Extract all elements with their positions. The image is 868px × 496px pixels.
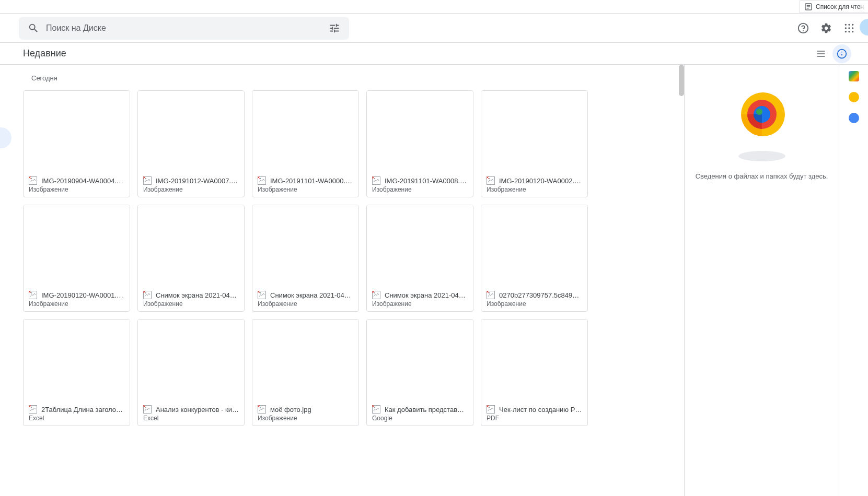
svg-point-39 xyxy=(31,407,32,408)
file-name: Анализ конкурентов - ки… xyxy=(156,406,239,414)
files-panel[interactable]: Сегодня IMG-20190904-WA0004.jpgИзображен… xyxy=(0,65,684,496)
side-app-2[interactable] xyxy=(849,92,859,102)
file-name: Снимок экрана 2021-04-… xyxy=(385,291,468,299)
svg-point-48 xyxy=(738,151,785,161)
file-thumbnail xyxy=(24,205,130,287)
file-thumbnail xyxy=(24,91,130,172)
file-type: Excel xyxy=(143,415,239,422)
svg-point-9 xyxy=(845,27,847,29)
search-input[interactable] xyxy=(44,23,324,33)
apps-icon xyxy=(844,23,854,33)
file-card[interactable]: Снимок экрана 2021-04-…Изображение xyxy=(366,205,473,312)
reading-list-icon xyxy=(804,3,813,11)
file-card[interactable]: IMG-20190904-WA0004.jpgИзображение xyxy=(23,90,130,197)
file-thumbnail xyxy=(138,205,244,287)
file-name: Снимок экрана 2021-04-… xyxy=(156,291,239,299)
file-meta: IMG-20190904-WA0004.jpgИзображение xyxy=(24,172,130,197)
file-meta: Как добавить представи…Google xyxy=(367,401,473,426)
help-button[interactable] xyxy=(793,18,814,39)
apps-button[interactable] xyxy=(839,18,860,39)
file-type: Изображение xyxy=(258,186,353,193)
search-box[interactable] xyxy=(19,17,349,40)
file-meta: IMG-20190120-WA0002.jpgИзображение xyxy=(481,172,587,197)
file-card[interactable]: Снимок экрана 2021-04-…Изображение xyxy=(137,205,245,312)
broken-image-icon xyxy=(143,176,152,185)
file-thumbnail xyxy=(481,205,587,287)
file-name: IMG-20190120-WA0001.jpg xyxy=(41,291,124,299)
file-thumbnail xyxy=(252,205,358,287)
file-type: Excel xyxy=(29,415,124,422)
broken-image-icon xyxy=(372,176,380,185)
broken-image-icon xyxy=(487,405,495,414)
file-thumbnail xyxy=(138,91,244,172)
svg-point-23 xyxy=(260,178,261,179)
file-name: IMG-20191101-WA0000.jp… xyxy=(270,177,353,185)
broken-image-icon xyxy=(258,291,266,299)
file-name: IMG-20190120-WA0002.jpg xyxy=(499,177,582,185)
file-name: 2Таблица Длина заголов… xyxy=(41,406,124,414)
file-thumbnail xyxy=(481,91,587,172)
svg-point-14 xyxy=(852,31,853,32)
help-icon xyxy=(797,22,809,34)
reading-list-button[interactable]: Список для чтен xyxy=(800,1,868,13)
side-app-1[interactable] xyxy=(849,71,859,81)
file-card[interactable]: IMG-20191101-WA0008.jpgИзображение xyxy=(366,90,473,197)
svg-point-31 xyxy=(145,292,146,293)
file-card[interactable]: 0270b277309757.5c849d…Изображение xyxy=(481,205,588,312)
svg-point-47 xyxy=(489,407,490,408)
broken-image-icon xyxy=(372,291,380,299)
main-area: Сегодня IMG-20190904-WA0004.jpgИзображен… xyxy=(0,65,868,496)
file-card[interactable]: Как добавить представи…Google xyxy=(366,319,473,426)
file-card[interactable]: 2Таблица Длина заголов…Excel xyxy=(23,319,130,426)
settings-button[interactable] xyxy=(816,18,837,39)
file-type: PDF xyxy=(487,415,582,422)
search-options-icon[interactable] xyxy=(324,18,345,39)
file-card[interactable]: IMG-20191101-WA0000.jp…Изображение xyxy=(252,90,359,197)
svg-point-21 xyxy=(145,178,146,179)
app-header xyxy=(0,14,868,43)
file-type: Изображение xyxy=(372,300,468,308)
file-card[interactable]: Анализ конкурентов - ки…Excel xyxy=(137,319,245,426)
svg-point-45 xyxy=(374,407,375,408)
search-icon[interactable] xyxy=(23,18,44,39)
svg-point-33 xyxy=(260,292,261,293)
svg-point-6 xyxy=(845,23,847,25)
broken-image-icon xyxy=(372,405,380,414)
scrollbar[interactable] xyxy=(679,65,684,96)
content-header: Недавние xyxy=(0,43,868,65)
file-card[interactable]: моё фото.jpgИзображение xyxy=(252,319,359,426)
file-name: IMG-20191101-WA0008.jpg xyxy=(385,177,468,185)
file-card[interactable]: Чек-лист по созданию Р…PDF xyxy=(481,319,588,426)
file-name: Снимок экрана 2021-04-… xyxy=(270,291,353,299)
side-app-3[interactable] xyxy=(849,113,859,123)
list-view-button[interactable] xyxy=(812,44,830,63)
info-icon xyxy=(837,49,847,59)
svg-point-8 xyxy=(852,23,853,25)
file-thumbnail xyxy=(367,320,473,401)
broken-image-icon xyxy=(29,405,37,414)
svg-point-5 xyxy=(803,30,804,31)
file-card[interactable]: IMG-20190120-WA0001.jpgИзображение xyxy=(23,205,130,312)
svg-point-43 xyxy=(260,407,261,408)
file-meta: моё фото.jpgИзображение xyxy=(252,401,358,426)
file-thumbnail xyxy=(24,320,130,401)
details-illustration xyxy=(725,80,798,169)
broken-image-icon xyxy=(143,405,152,414)
file-meta: IMG-20191101-WA0008.jpgИзображение xyxy=(367,172,473,197)
file-meta: Анализ конкурентов - ки…Excel xyxy=(138,401,244,426)
file-thumbnail xyxy=(252,91,358,172)
gear-icon xyxy=(820,22,832,34)
file-meta: Чек-лист по созданию Р…PDF xyxy=(481,401,587,426)
file-type: Изображение xyxy=(29,300,124,308)
info-button[interactable] xyxy=(832,44,851,63)
svg-point-17 xyxy=(841,51,842,52)
file-thumbnail xyxy=(138,320,244,401)
file-card[interactable]: Снимок экрана 2021-04-…Изображение xyxy=(252,205,359,312)
file-type: Google xyxy=(372,415,468,422)
svg-point-35 xyxy=(374,292,375,293)
file-type: Изображение xyxy=(29,186,124,193)
file-card[interactable]: IMG-20190120-WA0002.jpgИзображение xyxy=(481,90,588,197)
file-thumbnail xyxy=(367,205,473,287)
file-grid: IMG-20190904-WA0004.jpgИзображениеIMG-20… xyxy=(23,90,676,426)
file-card[interactable]: IMG-20191012-WA0007.jpgИзображение xyxy=(137,90,245,197)
